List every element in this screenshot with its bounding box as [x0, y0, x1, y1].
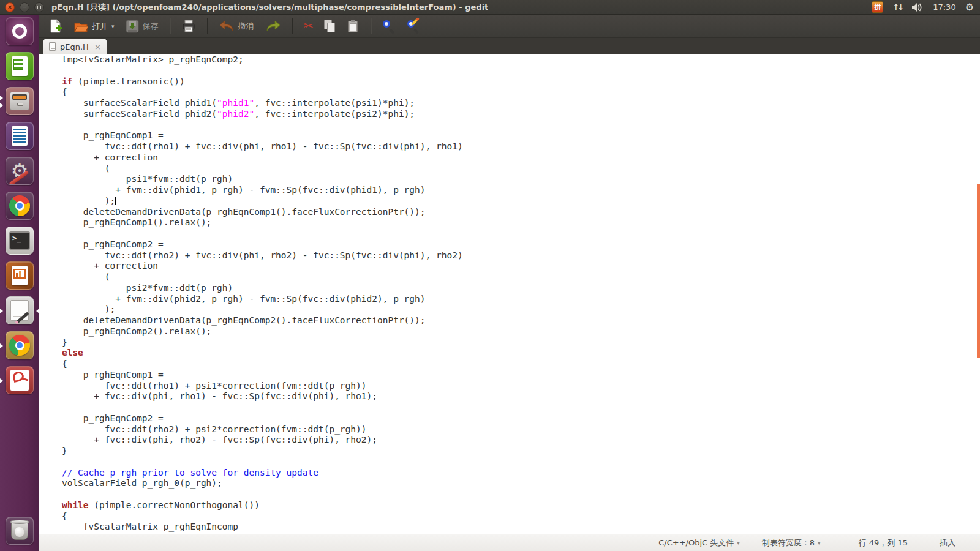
tab-width-selector[interactable]: 制表符宽度：8 ▾: [762, 538, 821, 549]
launcher-item-system-settings[interactable]: ⚙: [0, 157, 39, 186]
new-document-button[interactable]: [45, 17, 66, 36]
code-line: p_rghEqnComp1 =: [40, 370, 980, 381]
launcher-item-gedit[interactable]: [0, 296, 39, 326]
session-gear-icon[interactable]: ⚙: [965, 2, 974, 12]
text-cursor: [115, 197, 116, 205]
code-line: p_rghEqnComp2 =: [40, 239, 980, 250]
gedit-window: 打开 ▾ 保存: [39, 15, 980, 551]
code-line: (: [40, 272, 980, 283]
tab-close-icon[interactable]: ×: [94, 42, 101, 51]
ubuntu-dash-icon: [6, 17, 34, 45]
search-button[interactable]: [379, 17, 399, 36]
save-button-label: 保存: [143, 21, 159, 32]
minimize-button[interactable]: −: [20, 2, 29, 12]
libreoffice-writer-icon: [6, 122, 34, 150]
libreoffice-impress-icon: [6, 261, 34, 290]
code-line: psi2*fvm::ddt(p_rgh): [40, 283, 980, 294]
tab-peqn-h[interactable]: pEqn.H ×: [43, 39, 107, 54]
open-button[interactable]: 打开 ▾: [70, 17, 118, 36]
redo-button[interactable]: [262, 17, 285, 36]
code-line: fvc::ddt(rho2) + psi2*correction(fvm::dd…: [40, 424, 980, 435]
running-indicator: [0, 343, 3, 348]
code-line: );: [40, 304, 980, 315]
cut-button[interactable]: ✂: [300, 17, 317, 36]
code-line: psi1*fvm::ddt(p_rgh): [40, 174, 980, 185]
scrollbar-thumb[interactable]: [977, 184, 980, 358]
launcher-item-chromium[interactable]: [0, 331, 39, 361]
code-line: surfaceScalarField phid2("phid2", fvc::i…: [40, 109, 980, 120]
open-dropdown-icon[interactable]: ▾: [111, 23, 115, 29]
save-button[interactable]: 保存: [122, 17, 162, 36]
running-indicator: [0, 378, 3, 383]
launcher-item-chrome[interactable]: [0, 192, 39, 221]
code-line: if (pimple.transonic()): [40, 77, 980, 88]
launcher-item-libreoffice-writer[interactable]: [0, 122, 39, 151]
code-line: }: [40, 337, 980, 348]
running-indicator: [0, 309, 3, 313]
code-line: p_rghEqnComp2 =: [40, 413, 980, 424]
code-line: [40, 402, 980, 413]
code-line: }: [40, 446, 980, 457]
code-line: + correction: [40, 261, 980, 272]
libreoffice-calc-icon: [6, 52, 34, 80]
editor[interactable]: tmp<fvScalarMatrix> p_rghEqnComp2; if (p…: [39, 54, 980, 534]
code-line: fvc::ddt(rho1) + fvc::div(phi, rho1) - f…: [40, 141, 980, 152]
chevron-down-icon: ▾: [737, 540, 740, 546]
window-controls: × −: [5, 2, 44, 12]
search-replace-button[interactable]: [403, 17, 424, 36]
code-line: // Cache p_rgh prior to solve for densit…: [40, 468, 980, 479]
code-line: + fvm::div(phid2, p_rgh) - fvm::Sp(fvc::…: [40, 294, 980, 305]
launcher-item-file-manager[interactable]: [0, 87, 39, 116]
launcher-item-libreoffice-impress[interactable]: [0, 261, 39, 291]
code-line: else: [40, 348, 980, 359]
insert-mode-indicator: 插入: [940, 538, 956, 549]
code-line: );: [40, 196, 980, 207]
volume-icon[interactable]: [911, 2, 924, 12]
code-line: p_rghEqnComp1().relax();: [40, 217, 980, 228]
maximize-button[interactable]: [34, 2, 44, 12]
launcher-item-trash[interactable]: [0, 517, 39, 546]
gedit-icon: [6, 296, 34, 324]
code-line: + fvm::div(phid1, p_rgh) - fvm::Sp(fvc::…: [40, 185, 980, 196]
input-method-icon[interactable]: 拼: [872, 1, 883, 13]
tab-bar: pEqn.H ×: [39, 38, 980, 54]
cursor-position: 行 49，列 15: [859, 538, 908, 549]
launcher-item-libreoffice-calc[interactable]: [0, 52, 39, 81]
launcher-item-dash[interactable]: [0, 17, 39, 47]
language-selector[interactable]: C/C++/ObjC 头文件 ▾: [658, 538, 740, 549]
unity-launcher: ⚙ >_: [0, 15, 39, 551]
language-label: C/C++/ObjC 头文件: [658, 538, 734, 549]
insert-mode-label: 插入: [940, 538, 956, 549]
network-icon[interactable]: ↑↓: [892, 2, 902, 12]
toolbar: 打开 ▾ 保存: [39, 15, 980, 38]
chromium-icon: [6, 331, 34, 359]
undo-button[interactable]: 撤消: [215, 17, 258, 36]
launcher-item-terminal[interactable]: >_: [0, 227, 39, 256]
code-line: while (pimple.correctNonOrthogonal()): [40, 500, 980, 511]
code-line: + correction: [40, 152, 980, 163]
status-bar: C/C++/ObjC 头文件 ▾ 制表符宽度：8 ▾ 行 49，列 15 插入: [39, 534, 980, 551]
close-button[interactable]: ×: [5, 2, 15, 12]
launcher-item-evince[interactable]: [0, 366, 39, 395]
code-line: deleteDemandDrivenData(p_rghEqnComp1().f…: [40, 207, 980, 218]
code-line: + fvc::div(phi, rho1) - fvc::Sp(fvc::div…: [40, 391, 980, 402]
code-area[interactable]: tmp<fvScalarMatrix> p_rghEqnComp2; if (p…: [39, 54, 980, 534]
code-line: {: [40, 87, 980, 98]
copy-button[interactable]: [320, 17, 340, 36]
toolbar-separator: [371, 18, 371, 34]
chevron-down-icon: ▾: [818, 540, 821, 546]
code-line: tmp<fvScalarMatrix> p_rghEqnComp2;: [40, 54, 980, 66]
code-line: deleteDemandDrivenData(p_rghEqnComp2().f…: [40, 315, 980, 326]
code-line: p_rghEqnComp2().relax();: [40, 326, 980, 337]
document-icon: [49, 42, 56, 51]
clock[interactable]: 17:30: [933, 2, 956, 12]
undo-button-label: 撤消: [238, 21, 254, 32]
code-line: [40, 120, 980, 131]
top-panel: × − pEqn.H [只读] (/opt/openfoam240/applic…: [0, 0, 980, 15]
tab-title: pEqn.H: [60, 42, 89, 51]
window-title: pEqn.H [只读] (/opt/openfoam240/applicatio…: [51, 2, 488, 13]
paste-button[interactable]: [344, 17, 363, 36]
search-replace-icon: [407, 20, 420, 33]
file-manager-icon: [6, 87, 34, 115]
print-button[interactable]: [178, 17, 200, 36]
